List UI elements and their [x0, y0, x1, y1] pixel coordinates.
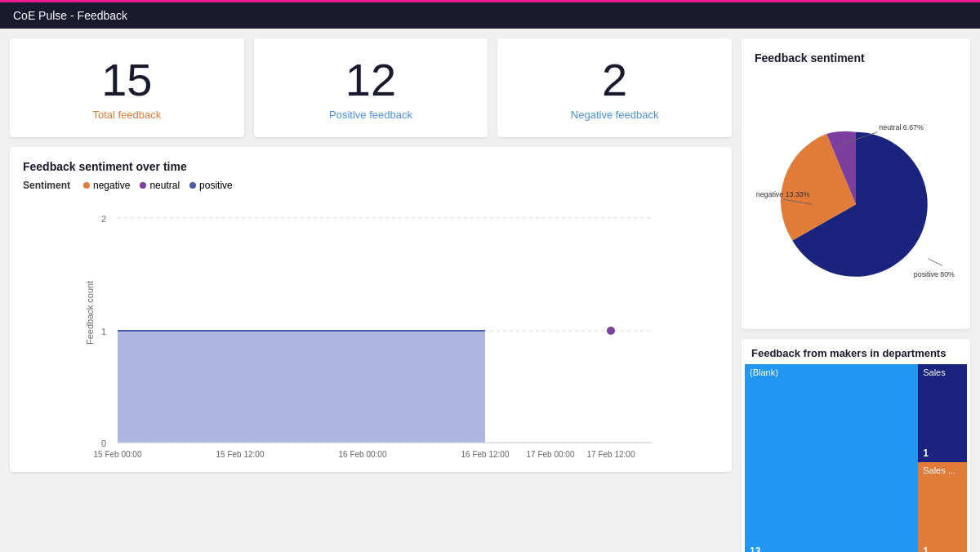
top-bar: CoE Pulse - Feedback — [0, 0, 980, 29]
svg-text:15 Feb 12:00: 15 Feb 12:00 — [216, 450, 265, 459]
dashboard: 15 Total feedback 12 Positive feedback 2… — [0, 29, 980, 552]
chart-svg: 2 1 0 Feedback count 15 — [23, 198, 719, 459]
pie-svg: neutral 6.67% negative 13.33% positive 8… — [755, 71, 957, 316]
legend-dot-negative — [83, 182, 90, 189]
treemap-count-blank: 13 — [750, 545, 760, 552]
pie-chart-area: neutral 6.67% negative 13.33% positive 8… — [755, 71, 957, 316]
treemap-title: Feedback from makers in departments — [742, 339, 970, 364]
svg-text:positive 80%: positive 80% — [914, 270, 955, 278]
metric-card-negative: 2 Negative feedback — [497, 38, 732, 137]
sentiment-chart-panel: Feedback sentiment over time Sentiment n… — [10, 147, 732, 472]
treemap-label-blank: (Blank) — [750, 367, 778, 377]
sentiment-chart-title: Feedback sentiment over time — [23, 160, 719, 173]
metric-card-total: 15 Total feedback — [10, 38, 244, 137]
svg-text:17 Feb 12:00: 17 Feb 12:00 — [587, 450, 635, 459]
right-column: Feedback sentiment — [742, 38, 970, 552]
left-column: 15 Total feedback 12 Positive feedback 2… — [10, 38, 732, 552]
app-title: CoE Pulse - Feedback — [13, 9, 127, 22]
svg-text:2: 2 — [101, 214, 106, 224]
svg-marker-7 — [118, 331, 485, 443]
treemap-label-sales2: Sales ... — [923, 465, 956, 475]
metrics-row: 15 Total feedback 12 Positive feedback 2… — [10, 38, 732, 137]
treemap-label-sales: Sales — [923, 367, 946, 377]
svg-text:Feedback count: Feedback count — [85, 280, 95, 344]
metric-label-total: Total feedback — [26, 109, 228, 121]
treemap-block-sales: Sales 1 — [918, 364, 967, 462]
svg-text:neutral 6.67%: neutral 6.67% — [879, 123, 924, 131]
svg-text:0: 0 — [101, 438, 106, 448]
legend-text-negative: negative — [93, 180, 130, 191]
svg-text:16 Feb 00:00: 16 Feb 00:00 — [339, 450, 387, 459]
treemap-count-sales2: 1 — [923, 545, 929, 552]
legend-label: Sentiment — [23, 180, 70, 191]
svg-text:1: 1 — [101, 327, 106, 336]
metric-label-positive: Positive feedback — [270, 109, 472, 121]
metric-label-negative: Negative feedback — [514, 109, 715, 121]
treemap-block-sales2: Sales ... 1 — [918, 462, 967, 552]
metric-card-positive: 12 Positive feedback — [254, 38, 488, 137]
svg-text:17 Feb 00:00: 17 Feb 00:00 — [527, 450, 575, 459]
metric-number-negative: 2 — [514, 55, 715, 105]
svg-text:negative 13.33%: negative 13.33% — [756, 190, 810, 198]
treemap-count-sales: 1 — [923, 447, 929, 459]
svg-text:16 Feb 12:00: 16 Feb 12:00 — [461, 450, 510, 459]
legend-dot-neutral — [140, 182, 146, 189]
legend-item-positive: positive — [189, 180, 233, 191]
metric-number-total: 15 — [26, 55, 228, 105]
legend-item-negative: negative — [83, 180, 130, 191]
legend-text-neutral: neutral — [149, 180, 180, 191]
svg-point-9 — [607, 327, 615, 335]
pie-panel: Feedback sentiment — [742, 38, 970, 329]
metric-number-positive: 12 — [270, 55, 472, 105]
chart-legend: Sentiment negative neutral positive — [23, 180, 719, 191]
pie-chart-title: Feedback sentiment — [755, 51, 957, 65]
chart-area: 2 1 0 Feedback count 15 — [23, 198, 719, 459]
legend-dot-positive — [189, 182, 196, 189]
legend-text-positive: positive — [199, 180, 233, 191]
treemap-area: (Blank) 13 Sales 1 Sales ... 1 — [745, 364, 967, 552]
legend-item-neutral: neutral — [140, 180, 180, 191]
svg-line-21 — [929, 259, 943, 266]
svg-text:15 Feb 00:00: 15 Feb 00:00 — [94, 450, 142, 459]
treemap-block-blank: (Blank) 13 — [745, 364, 918, 552]
treemap-panel: Feedback from makers in departments (Bla… — [742, 339, 970, 552]
